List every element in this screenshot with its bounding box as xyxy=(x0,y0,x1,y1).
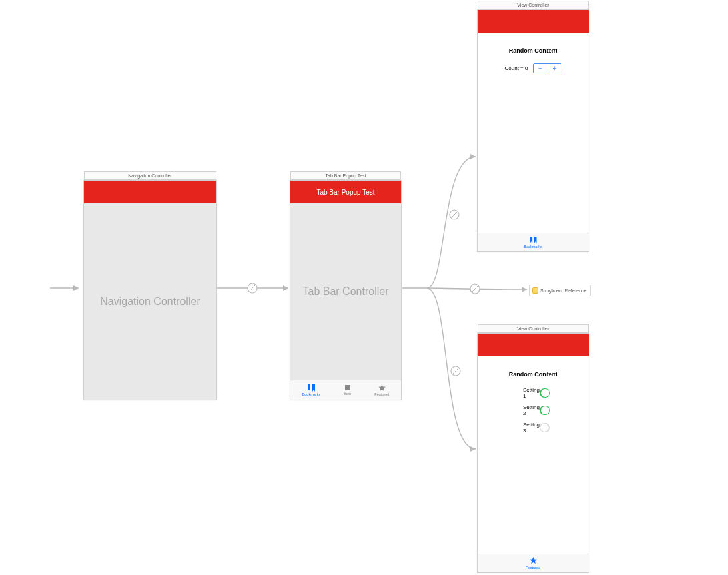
scene-view-controller-count[interactable]: View Controller Random Content Count = 0… xyxy=(477,9,589,252)
scene-body: Random Content Count = 0 − + xyxy=(478,33,589,233)
tab-featured[interactable]: Featured xyxy=(374,384,389,396)
tab-label: Bookmarks xyxy=(302,392,321,396)
svg-marker-10 xyxy=(470,446,476,452)
scene-navigation-controller[interactable]: Navigation Controller Navigation Control… xyxy=(83,180,217,400)
stepper-minus[interactable]: − xyxy=(534,64,547,73)
svg-rect-13 xyxy=(345,385,350,390)
scene-title: Tab Bar Popup Test xyxy=(290,171,401,180)
scene-body: Tab Bar Controller xyxy=(290,203,401,380)
placeholder-label: Navigation Controller xyxy=(100,296,200,308)
tab-label: Featured xyxy=(374,392,389,396)
svg-marker-0 xyxy=(73,285,79,291)
scene-body: Random Content Setting 1 Setting 2 Setti… xyxy=(478,356,589,554)
stepper-plus[interactable]: + xyxy=(547,64,561,73)
nav-bar: Tab Bar Popup Test xyxy=(290,181,401,203)
nav-bar xyxy=(478,334,589,356)
star-icon xyxy=(378,384,386,392)
scene-title: Navigation Controller xyxy=(84,171,216,180)
storyboard-icon xyxy=(532,288,538,294)
setting-label: Setting 3 xyxy=(523,422,540,434)
switch-setting-1[interactable] xyxy=(540,388,550,398)
setting-row: Setting 1 xyxy=(490,384,577,402)
tab-bookmarks[interactable]: Bookmarks xyxy=(302,384,321,396)
storyboard-reference-label: Storyboard Reference xyxy=(540,288,586,293)
square-icon xyxy=(344,384,351,391)
tab-bar: Bookmarks Item Featured xyxy=(290,380,401,400)
bookmarks-icon xyxy=(529,237,538,244)
scene-tab-bar-controller[interactable]: Tab Bar Popup Test Tab Bar Popup Test Ta… xyxy=(290,180,402,400)
scene-title: View Controller xyxy=(478,324,589,333)
svg-point-5 xyxy=(450,210,459,219)
scene-view-controller-settings[interactable]: View Controller Random Content Setting 1… xyxy=(477,333,589,573)
svg-marker-4 xyxy=(470,154,476,159)
tab-bar: Bookmarks xyxy=(478,233,589,251)
nav-bar xyxy=(478,10,589,33)
heading: Random Content xyxy=(478,371,589,378)
svg-line-9 xyxy=(472,286,478,292)
svg-point-11 xyxy=(451,366,460,376)
svg-point-8 xyxy=(470,284,480,294)
setting-label: Setting 2 xyxy=(523,404,540,416)
setting-row: Setting 2 xyxy=(490,402,577,419)
settings-list: Setting 1 Setting 2 Setting 3 xyxy=(478,384,589,436)
heading: Random Content xyxy=(478,47,589,54)
switch-setting-3[interactable] xyxy=(540,423,550,432)
tab-bar: Featured xyxy=(478,554,589,572)
svg-line-6 xyxy=(452,212,457,217)
placeholder-label: Tab Bar Controller xyxy=(303,285,389,298)
count-label: Count = 0 xyxy=(505,65,528,71)
nav-bar xyxy=(84,181,216,203)
tab-label: Featured xyxy=(526,566,540,570)
switch-setting-2[interactable] xyxy=(540,406,550,415)
svg-line-3 xyxy=(250,285,255,291)
tab-item[interactable]: Item xyxy=(344,384,351,396)
svg-line-12 xyxy=(453,368,458,374)
tab-label: Item xyxy=(344,392,351,396)
stepper[interactable]: − + xyxy=(533,63,561,73)
nav-title: Tab Bar Popup Test xyxy=(316,189,374,196)
setting-label: Setting 1 xyxy=(523,387,540,399)
scene-title: View Controller xyxy=(478,1,589,9)
svg-point-2 xyxy=(248,283,257,293)
svg-marker-1 xyxy=(283,285,288,291)
svg-marker-7 xyxy=(522,287,527,292)
storyboard-reference[interactable]: Storyboard Reference xyxy=(529,285,591,296)
setting-row: Setting 3 xyxy=(490,419,577,436)
tab-label: Bookmarks xyxy=(524,245,542,249)
bookmarks-icon xyxy=(307,384,316,392)
scene-body: Navigation Controller xyxy=(84,203,216,400)
star-icon xyxy=(530,557,537,565)
